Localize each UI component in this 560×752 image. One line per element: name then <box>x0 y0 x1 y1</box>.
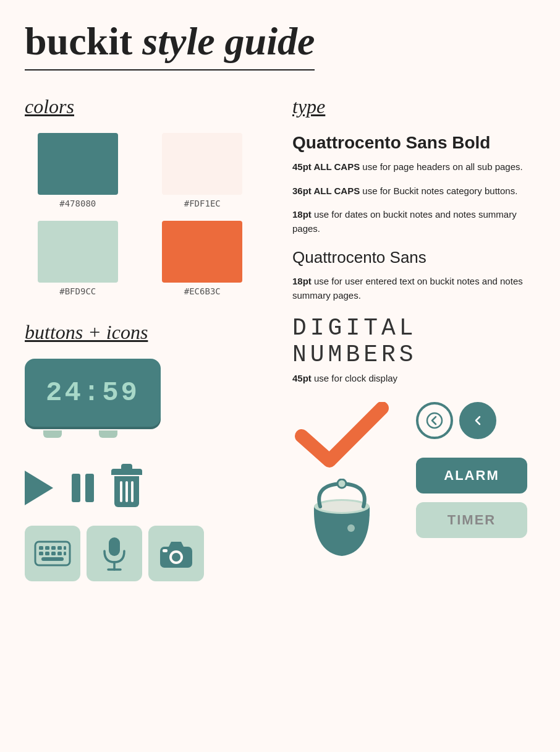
arrow-left-button-filled[interactable] <box>459 402 496 439</box>
keyboard-tile[interactable] <box>25 526 80 581</box>
svg-rect-18 <box>163 549 168 552</box>
arrow-buttons <box>416 402 496 439</box>
svg-point-22 <box>347 524 355 532</box>
type-entry-18pt-bold: 18pt use for dates on buckit notes and n… <box>292 208 535 236</box>
colors-section: colors #478080 #FDF1EC #BFD9CC #EC6B3C <box>25 95 268 296</box>
digital-numbers-desc: 45pt use for clock display <box>292 373 535 383</box>
arrow-left-filled-icon <box>469 412 486 429</box>
color-grid: #478080 #FDF1EC #BFD9CC #EC6B3C <box>25 133 255 296</box>
swatch-cream <box>162 133 242 195</box>
svg-point-21 <box>337 479 346 488</box>
svg-rect-11 <box>41 557 64 561</box>
colors-heading: colors <box>25 95 255 118</box>
svg-rect-8 <box>51 552 56 555</box>
alarm-button[interactable]: ALARM <box>416 458 527 494</box>
svg-rect-1 <box>39 546 43 550</box>
digital-numbers-section: DIGITAL NUMBERS 45pt use for clock displ… <box>292 315 535 383</box>
type-entry-45pt: 45pt ALL CAPS use for page headers on al… <box>292 160 535 174</box>
trash-body <box>114 476 139 507</box>
pause-bar-right <box>85 474 94 502</box>
svg-rect-10 <box>64 552 66 555</box>
svg-rect-3 <box>51 546 56 550</box>
right-column: type Quattrocento Sans Bold 45pt ALL CAP… <box>292 95 535 594</box>
media-controls <box>25 469 268 507</box>
clock-foot-right <box>99 430 117 438</box>
svg-rect-7 <box>45 552 49 555</box>
svg-rect-12 <box>109 537 120 556</box>
microphone-icon <box>101 535 128 572</box>
clock-display: 24:59 <box>25 359 161 427</box>
svg-point-17 <box>172 553 180 562</box>
digital-numbers-label: DIGITAL NUMBERS <box>292 315 535 368</box>
type-heading: type <box>292 95 535 118</box>
checkmark-icon <box>292 402 391 470</box>
font-name-bold: Quattrocento Sans Bold <box>292 133 535 153</box>
bucket-icon <box>302 479 382 565</box>
trash-lid <box>111 469 142 475</box>
type-section: type Quattrocento Sans Bold 45pt ALL CAP… <box>292 95 535 302</box>
svg-rect-6 <box>39 552 43 555</box>
buttons-section: buttons + icons 24:59 <box>25 321 268 581</box>
color-label-mint: #BFD9CC <box>59 286 96 296</box>
swatch-mint <box>38 221 118 283</box>
svg-point-24 <box>469 412 486 429</box>
page-title: buckit style guide <box>25 19 315 70</box>
color-label-cream: #FDF1EC <box>184 199 221 208</box>
color-swatch-cream: #FDF1EC <box>150 133 256 208</box>
pause-bar-left <box>72 474 80 502</box>
type-entry-18pt-regular: 18pt use for user entered text on buckit… <box>292 275 535 302</box>
color-label-teal: #478080 <box>59 199 96 208</box>
clock-widget: 24:59 <box>25 359 268 450</box>
trash-line-1 <box>120 481 122 502</box>
icon-grid <box>25 526 268 581</box>
timer-button[interactable]: TIMER <box>416 502 527 538</box>
color-swatch-mint: #BFD9CC <box>25 221 131 296</box>
arrow-left-button-outline[interactable] <box>416 402 453 439</box>
right-controls-area: ALARM TIMER <box>292 402 535 568</box>
svg-point-23 <box>427 413 442 428</box>
trash-handle <box>121 464 132 469</box>
color-swatch-orange: #EC6B3C <box>150 221 256 296</box>
checkmark-area <box>292 402 391 472</box>
camera-tile[interactable] <box>148 526 204 581</box>
keyboard-icon <box>34 540 71 566</box>
trash-line-2 <box>125 481 128 502</box>
clock-feet <box>25 430 136 438</box>
svg-rect-4 <box>57 546 62 550</box>
trash-button-icon[interactable] <box>112 469 141 507</box>
svg-rect-9 <box>57 552 62 555</box>
main-grid: colors #478080 #FDF1EC #BFD9CC #EC6B3C <box>25 95 535 594</box>
bucket-area <box>302 479 382 568</box>
swatch-orange <box>162 221 242 283</box>
svg-point-20 <box>318 501 365 512</box>
pause-button-icon[interactable] <box>72 474 94 502</box>
font-name-regular: Quattrocento Sans <box>292 248 535 267</box>
play-button-icon[interactable] <box>25 471 53 505</box>
swatch-teal <box>38 133 118 195</box>
arrows-alarm-col: ALARM TIMER <box>416 402 527 538</box>
buttons-heading: buttons + icons <box>25 321 268 344</box>
svg-rect-2 <box>45 546 49 550</box>
clock-time: 24:59 <box>46 377 140 408</box>
type-entry-36pt: 36pt ALL CAPS use for Buckit notes categ… <box>292 184 535 199</box>
svg-rect-5 <box>64 546 66 550</box>
mic-tile[interactable] <box>87 526 142 581</box>
color-label-orange: #EC6B3C <box>184 286 221 296</box>
checkmark-bucket-col <box>292 402 391 568</box>
camera-icon <box>158 538 195 569</box>
trash-line-3 <box>131 481 134 502</box>
color-swatch-teal: #478080 <box>25 133 131 208</box>
arrow-left-icon <box>426 412 443 429</box>
left-column: colors #478080 #FDF1EC #BFD9CC #EC6B3C <box>25 95 268 594</box>
clock-foot-left <box>43 430 62 438</box>
